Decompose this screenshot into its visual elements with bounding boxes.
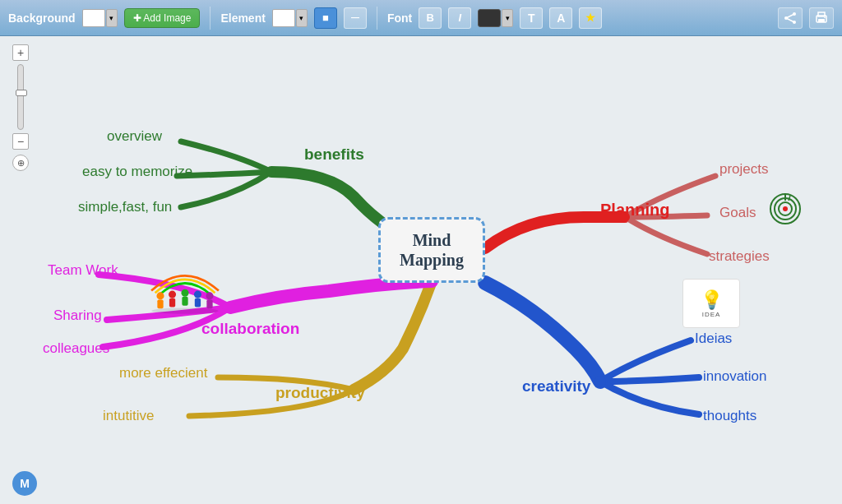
element-color-dropdown[interactable]: ▾ (296, 9, 308, 27)
bold-button[interactable]: B (419, 7, 442, 29)
svg-point-17 (783, 206, 788, 211)
svg-rect-29 (206, 299, 212, 308)
svg-rect-23 (169, 298, 175, 307)
colleagues-label: colleagues (43, 340, 109, 357)
text-style-button[interactable]: T (520, 7, 543, 29)
canvas[interactable]: MindMapping benefits overview easy to me… (0, 36, 842, 504)
svg-rect-21 (157, 299, 163, 308)
background-label: Background (8, 12, 76, 25)
zoom-controls: + − ⊕ (12, 44, 29, 171)
font-color-swatch[interactable] (478, 9, 501, 27)
innovation-label: innovation (703, 368, 767, 385)
svg-line-4 (786, 18, 794, 22)
italic-button[interactable]: I (448, 7, 471, 29)
element-label: Element (220, 12, 265, 25)
easy-to-memorize-label: easy to memorize (82, 164, 192, 180)
svg-point-22 (169, 291, 176, 298)
element-rect-button[interactable]: ■ (314, 7, 337, 29)
print-button[interactable] (809, 7, 834, 29)
svg-point-11 (594, 376, 606, 387)
svg-rect-25 (182, 297, 187, 306)
center-node[interactable]: MindMapping (378, 217, 485, 283)
creativity-label: creativity (522, 377, 590, 395)
add-image-button[interactable]: ✚ Add Image (124, 8, 201, 28)
share-button[interactable] (778, 7, 803, 29)
star-button[interactable]: ★ (579, 7, 602, 29)
projects-label: projects (719, 161, 769, 178)
simple-fast-fun-label: simple,fast, fun (78, 199, 172, 215)
font-a-button[interactable]: A (549, 7, 572, 29)
sharing-label: Sharing (53, 307, 102, 324)
svg-point-24 (181, 289, 188, 297)
background-color-dropdown[interactable]: ▾ (106, 9, 118, 27)
separator-2 (377, 7, 377, 30)
element-color-swatch[interactable] (272, 9, 295, 27)
intutitive-label: intutitive (103, 408, 154, 424)
zoom-slider[interactable] (17, 64, 24, 130)
zoom-slider-handle (16, 90, 27, 96)
more-effecient-label: more effecient (119, 365, 207, 381)
svg-point-8 (824, 16, 826, 18)
productivity-label: productivity (275, 384, 365, 402)
font-label: Font (387, 12, 412, 25)
svg-point-13 (224, 302, 236, 313)
element-line-button[interactable]: — (344, 7, 367, 29)
goals-icon (769, 192, 802, 229)
svg-point-28 (206, 292, 213, 299)
background-color-swatch[interactable] (82, 9, 105, 27)
benefits-label: benefits (304, 146, 364, 164)
font-color-dropdown[interactable]: ▾ (502, 9, 513, 27)
compass-button[interactable]: ⊕ (12, 155, 29, 171)
svg-point-9 (266, 167, 276, 177)
zoom-in-button[interactable]: + (12, 44, 29, 61)
logo-button[interactable]: M (12, 471, 37, 496)
separator-1 (210, 7, 210, 30)
toolbar: Background ▾ ✚ Add Image Element ▾ ■ — F… (0, 0, 842, 36)
idea-text: IDEA (702, 311, 721, 318)
zoom-out-button[interactable]: − (12, 133, 29, 150)
svg-rect-27 (195, 298, 201, 307)
team-image (144, 254, 226, 320)
thoughts-label: thoughts (703, 408, 756, 424)
svg-point-20 (156, 292, 164, 299)
planning-label: Planning (600, 201, 669, 220)
strategies-label: strategies (709, 248, 770, 265)
idea-bulb-icon: 💡 (701, 289, 723, 311)
team-work-label: Team Work (48, 262, 118, 279)
goals-label: Goals (719, 205, 756, 221)
idea-box: 💡 IDEA (682, 279, 740, 328)
svg-rect-7 (818, 12, 825, 16)
svg-point-26 (194, 291, 201, 298)
svg-line-3 (786, 14, 794, 18)
svg-point-30 (151, 307, 219, 313)
overview-label: overview (107, 128, 162, 145)
center-node-text: MindMapping (400, 230, 464, 270)
svg-rect-6 (818, 19, 825, 22)
collaboration-label: collaboration (201, 320, 299, 338)
ideias-label: Ideias (695, 331, 732, 347)
